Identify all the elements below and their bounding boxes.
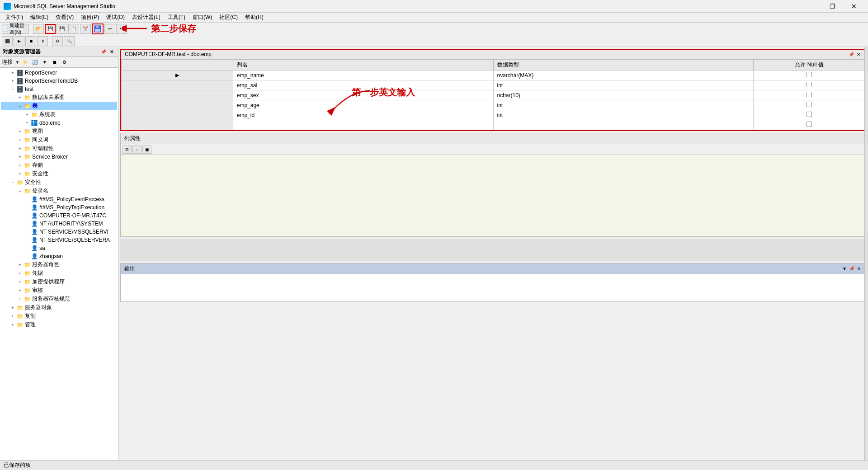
undo-button[interactable]: ↩ bbox=[104, 24, 115, 34]
redo-button[interactable]: ↪ bbox=[116, 24, 127, 34]
table-row[interactable]: ▶ emp_name nvarchar(MAX) bbox=[122, 70, 865, 80]
open-button-2[interactable]: 📋 bbox=[68, 24, 79, 34]
col-props-btn1[interactable]: ⊞ bbox=[123, 146, 132, 154]
expand-icon[interactable]: + bbox=[16, 170, 24, 178]
output-pin-btn[interactable]: 📌 bbox=[849, 266, 855, 272]
tree-item-login-1[interactable]: 👤 ##MS_PolicyEventProcess bbox=[1, 195, 117, 203]
tree-item-server-roles[interactable]: + 📁 服务器角色 bbox=[1, 260, 117, 269]
data-type-cell[interactable]: int bbox=[493, 110, 754, 120]
nullable-checkbox[interactable] bbox=[807, 122, 812, 127]
expand-icon[interactable]: + bbox=[9, 321, 16, 329]
tree-item-audits[interactable]: + 📁 审核 bbox=[1, 286, 117, 295]
toolbar2-btn5[interactable]: ⚙ bbox=[52, 36, 63, 46]
nullable-cell[interactable] bbox=[754, 110, 865, 120]
menu-view[interactable]: 查看(V) bbox=[52, 13, 77, 22]
menu-debug[interactable]: 调试(D) bbox=[103, 13, 128, 22]
tree-item-reportserver[interactable]: + 🗄️ ReportServer bbox=[1, 69, 117, 77]
nullable-cell[interactable] bbox=[754, 70, 865, 80]
col-name-cell[interactable]: emp_name bbox=[233, 70, 493, 80]
toolbar2-btn2[interactable]: ▶ bbox=[14, 36, 24, 46]
data-type-cell[interactable]: nchar(10) bbox=[493, 90, 754, 100]
tree-item-security-test[interactable]: + 📁 安全性 bbox=[1, 169, 117, 178]
tree-item-login-6[interactable]: 👤 NT SERVICE\SQLSERVERA bbox=[1, 236, 117, 244]
table-row[interactable]: emp_sex nchar(10) bbox=[122, 90, 865, 100]
close-panel-button[interactable]: ✕ bbox=[108, 48, 115, 56]
nullable-cell[interactable] bbox=[754, 100, 865, 110]
expand-icon[interactable]: − bbox=[16, 188, 24, 195]
menu-table-designer[interactable]: 表设计器(L) bbox=[128, 13, 164, 22]
menu-file[interactable]: 文件(F) bbox=[2, 13, 27, 22]
data-type-cell[interactable]: nvarchar(MAX) bbox=[493, 70, 754, 80]
expand-icon[interactable]: + bbox=[9, 77, 16, 85]
col-props-btn3[interactable]: ▣ bbox=[142, 146, 151, 154]
data-type-cell[interactable] bbox=[493, 120, 754, 130]
tree-item-login-4[interactable]: 👤 NT AUTHORITY\SYSTEM bbox=[1, 220, 117, 228]
tree-item-login-zhangsan[interactable]: 👤 zhangsan bbox=[1, 252, 117, 260]
new-query-button[interactable]: 📄 新建查询(N) bbox=[2, 24, 29, 34]
table-row-empty[interactable] bbox=[122, 120, 865, 130]
data-type-cell[interactable]: int bbox=[493, 100, 754, 110]
tree-item-crypto-providers[interactable]: + 📁 加密提供程序 bbox=[1, 277, 117, 286]
toolbar2-btn6[interactable]: 🔍 bbox=[64, 36, 75, 46]
nullable-checkbox[interactable] bbox=[807, 112, 812, 117]
tree-item-server-objects[interactable]: + 📁 服务器对象 bbox=[1, 303, 117, 312]
minimize-button[interactable]: — bbox=[800, 0, 821, 13]
save-all-button[interactable]: 💾 bbox=[57, 24, 67, 34]
expand-icon[interactable]: + bbox=[24, 111, 31, 118]
expand-icon[interactable]: + bbox=[16, 261, 24, 268]
output-dropdown-btn[interactable]: ▼ bbox=[841, 266, 848, 272]
nullable-checkbox[interactable] bbox=[807, 72, 812, 77]
tree-item-management[interactable]: + 📁 管理 bbox=[1, 320, 117, 329]
refresh-button[interactable]: 🔄 bbox=[30, 58, 39, 66]
expand-icon[interactable]: + bbox=[9, 313, 16, 320]
designer-pin-btn[interactable]: 📌 bbox=[848, 51, 854, 57]
expand-icon[interactable]: + bbox=[9, 304, 16, 311]
tree-item-sys-tables[interactable]: + 📁 系统表 bbox=[1, 110, 117, 119]
tree-item-storage[interactable]: + 📁 存储 bbox=[1, 161, 117, 169]
menu-project[interactable]: 项目(P) bbox=[77, 13, 103, 22]
tree-item-programmability[interactable]: + 📁 可编程性 bbox=[1, 144, 117, 153]
menu-window[interactable]: 窗口(W) bbox=[189, 13, 216, 22]
tree-item-views[interactable]: + 📁 视图 bbox=[1, 127, 117, 136]
tree-item-server-audit-specs[interactable]: + 📁 服务器审核规范 bbox=[1, 295, 117, 303]
tree-item-tables[interactable]: − 📁 表 bbox=[1, 102, 117, 110]
col-name-cell[interactable]: emp_sex bbox=[233, 90, 493, 100]
toolbar2-btn3[interactable]: ⏹ bbox=[25, 36, 36, 46]
options-button[interactable]: ⚙ bbox=[60, 58, 69, 66]
menu-edit[interactable]: 编辑(E) bbox=[27, 13, 52, 22]
nullable-cell[interactable] bbox=[754, 90, 865, 100]
menu-tools[interactable]: 工具(T) bbox=[164, 13, 189, 22]
tree-item-replication[interactable]: + 📁 复制 bbox=[1, 312, 117, 320]
expand-icon[interactable]: + bbox=[16, 145, 24, 152]
nullable-cell[interactable] bbox=[754, 80, 865, 90]
tree-item-service-broker[interactable]: + 📁 Service Broker bbox=[1, 153, 117, 161]
expand-icon[interactable]: − bbox=[16, 103, 24, 110]
col-name-cell[interactable]: emp_age bbox=[233, 100, 493, 110]
close-button[interactable]: ✕ bbox=[844, 0, 864, 13]
save-button[interactable]: 💾 bbox=[45, 24, 56, 34]
expand-icon[interactable]: + bbox=[24, 119, 31, 127]
expand-icon[interactable]: − bbox=[9, 179, 16, 186]
output-close-btn[interactable]: ✕ bbox=[856, 266, 862, 272]
nullable-checkbox[interactable] bbox=[807, 92, 812, 97]
table-row[interactable]: emp_age int bbox=[122, 100, 865, 110]
stop-button[interactable]: ⏹ bbox=[50, 58, 59, 66]
table-row[interactable]: emp_sal int bbox=[122, 80, 865, 90]
tree-item-diagrams[interactable]: + 📁 数据库关系图 bbox=[1, 93, 117, 102]
tree-item-test[interactable]: − 🗄️ test bbox=[1, 85, 117, 93]
tree-item-login-5[interactable]: 👤 NT SERVICE\MSSQLSERVI bbox=[1, 228, 117, 236]
nullable-checkbox[interactable] bbox=[807, 82, 812, 87]
toolbar2-btn1[interactable]: ⬛ bbox=[2, 36, 13, 46]
cut-button[interactable]: ✂️ bbox=[80, 24, 91, 34]
expand-icon[interactable]: + bbox=[16, 278, 24, 286]
pin-button[interactable]: 📌 bbox=[100, 48, 107, 56]
menu-community[interactable]: 社区(C) bbox=[216, 13, 241, 22]
col-name-cell[interactable]: emp_id bbox=[233, 110, 493, 120]
col-props-btn2[interactable]: ↕ bbox=[132, 146, 142, 154]
restore-button[interactable]: ❐ bbox=[822, 0, 843, 13]
expand-icon[interactable]: + bbox=[16, 287, 24, 294]
menu-help[interactable]: 帮助(H) bbox=[241, 13, 267, 22]
tree-item-credentials[interactable]: + 📁 凭据 bbox=[1, 269, 117, 277]
tree-item-login-3[interactable]: 👤 COMPUTER-OF-MR.\T47C bbox=[1, 212, 117, 220]
tree-item-synonyms[interactable]: + 📁 同义词 bbox=[1, 136, 117, 144]
